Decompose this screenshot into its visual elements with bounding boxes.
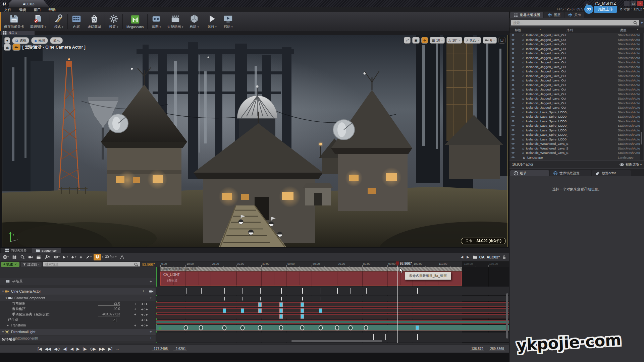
transport-next-frame-button[interactable]: ▶▶ (99, 347, 105, 351)
edit-options-icon[interactable]: ▾ (84, 254, 93, 260)
key-nav-arrows[interactable]: ◀◇▶ (141, 324, 149, 327)
transport-loop-button[interactable]: → (115, 347, 119, 351)
keyframe[interactable] (351, 288, 351, 294)
level-tab[interactable]: ALC02· (9, 0, 50, 7)
dropdown-arrow-icon[interactable]: ▾ (215, 25, 217, 28)
keyframe[interactable] (364, 325, 368, 330)
toolbar-marketplace-button[interactable]: 虚幻商城 (85, 12, 104, 31)
fps-selector[interactable]: 30 fps▾ (104, 254, 118, 260)
transport-to-front-button[interactable]: [◀ (38, 347, 42, 351)
toolbar-megascans-button[interactable]: Megascans (123, 12, 147, 31)
add-light-track-button[interactable]: + (150, 329, 152, 334)
toolbar-cinematics-button[interactable]: 过场动画▾ (164, 12, 186, 31)
outliner-row[interactable]: ⌂Icelandic_Jagged_Lava_OutStaticMeshActo (509, 92, 644, 97)
outliner-row[interactable]: ⌂Icelandic_Jagged_Lava_OutStaticMeshActo (509, 38, 644, 42)
keyframe[interactable] (260, 297, 261, 301)
dropdown-arrow-icon[interactable]: ▾ (62, 25, 63, 28)
visibility-eye-icon[interactable] (511, 147, 515, 150)
toolbar-source-control-button[interactable]: 源码管理▾ (27, 12, 49, 31)
toolbar-content-button[interactable]: 内容 (68, 12, 85, 31)
visibility-eye-icon[interactable] (511, 79, 515, 82)
keyframe[interactable] (416, 326, 419, 330)
outliner-row[interactable]: ⌂Icelandic_Jagged_Lava_OutStaticMeshActo (509, 78, 644, 83)
transport-step-back-button[interactable]: ◀| (63, 347, 67, 351)
outliner-row[interactable]: ⌂Icelandic_Jagged_Lava_OutStaticMeshActo (509, 65, 644, 69)
outliner-row[interactable]: ⌂Icelandic_Weathered_Lava_SStaticMeshAct… (509, 141, 644, 146)
keyframe[interactable] (260, 288, 261, 294)
add-key-button[interactable]: + (134, 302, 136, 306)
maximize-button[interactable]: □ (631, 1, 636, 6)
visibility-eye-icon[interactable] (511, 156, 515, 159)
visibility-eye-icon[interactable] (511, 38, 515, 41)
keyframe[interactable] (319, 325, 323, 330)
add-key-button[interactable]: + (134, 307, 136, 311)
keyframe[interactable] (240, 325, 245, 330)
outliner-scrollbar-thumb[interactable] (641, 132, 642, 144)
find-in-content-icon[interactable] (19, 254, 26, 260)
keyframe[interactable] (319, 308, 322, 313)
transport-prev-key-button[interactable]: ◀◇ (54, 347, 60, 351)
outliner-row[interactable]: ⌂Icelandic_Weathered_Lava_SStaticMeshAct… (509, 146, 644, 151)
close-button[interactable]: × (637, 1, 643, 6)
add-subscene-button[interactable]: + (150, 279, 152, 284)
timeline-vscrollbar[interactable] (506, 293, 508, 339)
eject-pilot-button[interactable]: ⏏ (4, 44, 11, 51)
track-row-spawned[interactable]: 已生成 ✓ ◀◇▶ (0, 317, 156, 322)
expand-arrow-icon[interactable]: ▼ (1, 290, 5, 293)
keyframe[interactable] (321, 288, 321, 294)
visibility-eye-icon[interactable] (511, 133, 515, 136)
outliner-search-field[interactable] (513, 21, 633, 25)
visibility-eye-icon[interactable] (511, 142, 515, 145)
keyframe[interactable] (222, 325, 227, 330)
outliner-row[interactable]: ⌂Icelandic_Lava_Spire_LOD0_StaticMeshAct… (509, 128, 644, 133)
viewport-tab[interactable]: 视口 1 (1, 31, 35, 35)
pilot-camera-icon[interactable] (12, 44, 20, 51)
visibility-eye-icon[interactable] (511, 74, 515, 77)
outliner-row[interactable]: ⌂Icelandic_Weathered_Lava_SStaticMeshAct… (509, 150, 644, 155)
toolbar-modes-button[interactable]: 模式▾ (51, 12, 67, 31)
timeline-area[interactable]: 0.0010.0020.0030.0040.0050.0060.0070.008… (156, 261, 509, 343)
outliner-row[interactable]: ⌂Icelandic_Jagged_Lava_OutStaticMeshActo (509, 56, 644, 60)
keyframe[interactable] (243, 297, 243, 301)
outliner-row[interactable]: ⌂Icelandic_Jagged_Lava_OutStaticMeshActo (509, 87, 644, 92)
nav-forward-icon[interactable]: ▶ (465, 254, 471, 260)
outliner-row[interactable]: ⌂Icelandic_Lava_Spire_LOD0_StaticMeshAct… (509, 123, 644, 128)
visibility-eye-icon[interactable] (511, 56, 515, 59)
view-options-button[interactable]: 视图选项▾ (620, 162, 642, 167)
tab-world-outliner[interactable]: 世界大纲视图 (510, 12, 543, 18)
minimize-button[interactable]: — (624, 1, 630, 6)
view-options-eye-icon[interactable]: ▾ (52, 254, 61, 260)
save-sequence-icon[interactable] (11, 254, 18, 260)
visibility-eye-icon[interactable] (511, 61, 515, 64)
tab-details[interactable]: 细节 (510, 170, 549, 176)
key-nav-arrows[interactable]: ◀◇▶ (141, 302, 149, 305)
outliner-row[interactable]: ⌂Icelandic_Jagged_Lava_OutStaticMeshActo (509, 69, 644, 74)
transport-prev-frame-button[interactable]: ◀◀ (45, 347, 51, 351)
keyframe[interactable] (301, 303, 304, 307)
range-start-value[interactable]: -177.2495 (152, 347, 169, 351)
nav-back-icon[interactable]: ◀ (459, 254, 465, 260)
outliner-row[interactable]: ⌂Icelandic_Jagged_Lava_OutStaticMeshActo (509, 83, 644, 87)
surface-snap-icon[interactable]: ▣ (412, 37, 419, 44)
outliner-row[interactable]: ⌂Icelandic_Jagged_Lava_OutStaticMeshActo (509, 60, 644, 65)
aperture-value[interactable]: 22.0 (98, 302, 120, 306)
tab-content-browser[interactable]: 内容浏览器 (1, 248, 31, 253)
tab-levels[interactable]: 关卡 (565, 12, 584, 18)
visibility-eye-icon[interactable] (511, 52, 515, 55)
sequence-tools-icon[interactable]: ▾ (43, 254, 52, 260)
outliner-row[interactable]: ⌂Icelandic_Jagged_Lava_OutStaticMeshActo (509, 51, 644, 56)
keyframe[interactable] (301, 314, 304, 318)
outliner-row[interactable]: ⌂Icelandic_Jagged_Lava_OutStaticMeshActo (509, 33, 644, 38)
visibility-eye-icon[interactable] (511, 111, 515, 114)
outliner-row[interactable]: ⌂Icelandic_Jagged_Lava_OutStaticMeshActo (509, 105, 644, 110)
outliner-row[interactable]: ⌂Icelandic_Lava_Spire_LOD0_StaticMeshAct… (509, 132, 644, 137)
keyframe[interactable] (281, 288, 282, 294)
keyframe[interactable] (223, 308, 226, 313)
viewport-options-button[interactable]: ▾ (4, 37, 10, 44)
keyframe[interactable] (258, 303, 262, 307)
keyframe[interactable] (241, 308, 244, 313)
lock-icon[interactable] (500, 254, 508, 260)
toolbar-settings-button[interactable]: 设置▾ (106, 12, 122, 31)
visibility-eye-icon[interactable] (511, 97, 515, 100)
dropdown-arrow-icon[interactable]: ▾ (231, 25, 233, 28)
